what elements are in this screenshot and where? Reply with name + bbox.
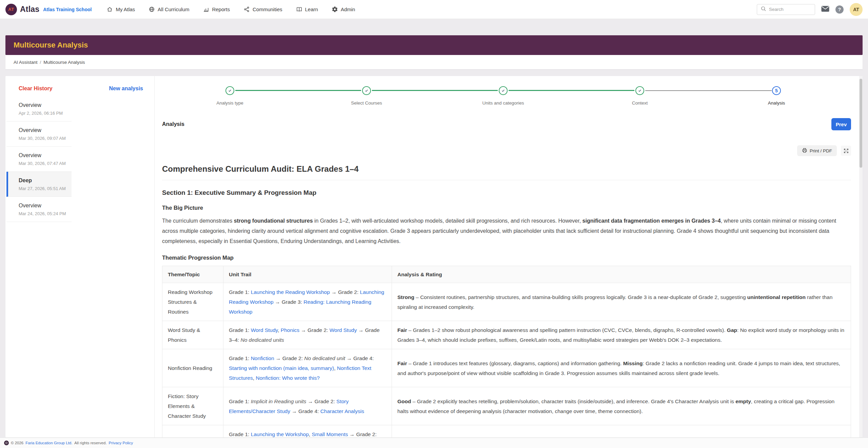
step-analysis-type[interactable]: Analysis type — [196, 82, 264, 106]
new-analysis-button[interactable]: New analysis — [109, 86, 143, 92]
unit-link[interactable]: Word Study — [330, 327, 357, 333]
text-segment: Good — [397, 436, 411, 438]
unit-trail-cell: Grade 1: Word Study, Phonics → Grade 2: … — [223, 321, 392, 349]
footer-company-link[interactable]: Faria Education Group Ltd. — [25, 441, 72, 445]
big-picture-paragraph: The curriculum demonstrates strong found… — [162, 216, 851, 246]
brand-name: Atlas — [20, 5, 39, 14]
analysis-cell: Fair – Grade 1 introduces text features … — [392, 349, 851, 387]
unit-link[interactable]: Phonics — [281, 327, 299, 333]
breadcrumb: AI Assistant / Multicourse Analysis — [5, 55, 863, 69]
step-label: Analysis type — [196, 100, 264, 106]
scrollbar-thumb[interactable] — [860, 79, 862, 168]
table-row: Reading Workshop Structures & Routines G… — [162, 283, 851, 321]
footer-privacy-link[interactable]: Privacy Policy — [109, 441, 133, 445]
text-segment: Missing — [623, 360, 643, 366]
atlas-logo: AT — [5, 4, 17, 15]
nav-item-all-curriculum[interactable]: All Curriculum — [149, 6, 189, 13]
col-analysis-rating: Analysis & Rating — [392, 266, 851, 283]
clear-history-button[interactable]: Clear History — [19, 86, 53, 92]
unit-link[interactable]: Nonfiction — [251, 355, 274, 361]
history-item-timestamp: Mar 27, 2026, 05:51 AM — [19, 186, 70, 191]
divider — [162, 180, 851, 180]
text-segment: Strong — [397, 294, 414, 300]
bar-chart-icon — [203, 6, 209, 13]
text-segment: No dedicated units — [240, 337, 284, 343]
nav-label: Reports — [212, 6, 230, 12]
nav-label: My Atlas — [116, 6, 135, 12]
globe-icon — [149, 6, 155, 13]
history-item-timestamp: Mar 30, 2026, 07:47 AM — [19, 161, 70, 166]
text-segment: empty — [735, 398, 751, 404]
breadcrumb-multicourse-analysis: Multicourse Analysis — [43, 60, 85, 65]
text-segment: → Grade 2: — [330, 289, 360, 295]
check-circle-icon — [225, 86, 234, 95]
sidebar-header: Clear History New analysis — [19, 86, 143, 92]
step-label: Context — [606, 100, 674, 106]
open-book-icon — [296, 6, 302, 13]
mail-icon[interactable] — [821, 6, 829, 13]
history-item[interactable]: Overview Mar 24, 2026, 05:24 PM — [6, 197, 72, 222]
analysis-cell: Good – Clear K–2 focus on "small moment"… — [392, 425, 851, 438]
nav-item-learn[interactable]: Learn — [296, 6, 318, 13]
history-item-title: Overview — [19, 152, 70, 158]
scrollbar-track[interactable] — [859, 76, 863, 437]
main-menu: My Atlas All Curriculum Reports Communit… — [106, 6, 355, 13]
check-circle-icon — [362, 86, 371, 95]
analysis-cell: Good – Grade 2 explicitly teaches retell… — [392, 387, 851, 425]
analysis-cell: Fair – Grades 1–2 show robust phonologic… — [392, 321, 851, 349]
theme-cell: Writing: Personal — [162, 425, 223, 438]
text-segment: Grade 1: — [229, 431, 251, 437]
nav-label: Communities — [253, 6, 282, 12]
history-item[interactable]: Overview Mar 30, 2026, 07:47 AM — [6, 147, 72, 172]
history-list: Overview Apr 2, 2026, 06:16 PM Overview … — [6, 96, 72, 222]
table-row: Nonfiction Reading Grade 1: Nonfiction →… — [162, 349, 851, 387]
table-row: Fiction: Story Elements & Character Stud… — [162, 387, 851, 425]
unit-trail-cell: Grade 1: Nonfiction → Grade 2: No dedica… — [223, 349, 392, 387]
nav-item-my-atlas[interactable]: My Atlas — [106, 6, 135, 13]
gear-icon — [332, 6, 338, 13]
nav-item-communities[interactable]: Communities — [243, 6, 282, 13]
brand[interactable]: AT Atlas Atlas Training School — [5, 4, 92, 15]
unit-link[interactable]: Character Analysis — [320, 408, 364, 414]
history-item[interactable]: Overview Apr 2, 2026, 06:16 PM — [6, 96, 72, 122]
text-segment: unintentional repetition — [747, 294, 806, 300]
text-segment: – Grade 1 introduces text features (glos… — [407, 360, 623, 366]
unit-link[interactable]: Word Study — [251, 327, 278, 333]
search-box[interactable] — [757, 4, 815, 15]
text-segment: , — [278, 327, 281, 333]
unit-link[interactable]: Launching the Workshop — [251, 431, 309, 437]
footer-copyright: © 2026 — [11, 441, 23, 445]
step-context[interactable]: Context — [606, 82, 674, 106]
unit-link[interactable]: Launching the Reading Workshop — [251, 289, 330, 295]
breadcrumb-ai-assistant[interactable]: AI Assistant — [14, 60, 38, 65]
step-select-courses[interactable]: Select Courses — [333, 82, 400, 106]
text-segment: , — [253, 375, 256, 381]
unit-trail-cell: Grade 1: Launching the Workshop, Small M… — [223, 425, 392, 438]
expand-icon[interactable] — [841, 146, 851, 156]
unit-link[interactable]: Starting with nonfiction (main idea, sum… — [229, 365, 334, 371]
nav-item-reports[interactable]: Reports — [203, 6, 230, 13]
text-segment: strong foundational structures — [234, 218, 313, 224]
help-icon[interactable]: ? — [835, 5, 844, 14]
text-segment: Fair — [397, 327, 407, 333]
step-label: Units and categories — [469, 100, 537, 106]
history-item[interactable]: Overview Mar 30, 2026, 09:07 AM — [6, 122, 72, 147]
step-analysis-current[interactable]: 5 Analysis — [743, 82, 810, 106]
check-circle-icon — [499, 86, 508, 95]
unit-link[interactable]: Nonfiction: Who wrote this? — [256, 375, 320, 381]
history-item-selected[interactable]: Deep Mar 27, 2026, 05:51 AM — [6, 172, 72, 197]
step-number-circle: 5 — [772, 86, 781, 95]
step-units-categories[interactable]: Units and categories — [469, 82, 537, 106]
unit-link[interactable]: Small Moments — [312, 431, 348, 437]
avatar[interactable]: AT — [850, 3, 863, 16]
nav-item-admin[interactable]: Admin — [332, 6, 355, 13]
text-segment: Implicit in Reading units — [251, 398, 307, 404]
prev-button[interactable]: Prev — [831, 118, 851, 130]
breadcrumb-separator: / — [40, 60, 41, 65]
search-input[interactable] — [769, 7, 806, 12]
wizard-stepper: Analysis type Select Courses Units and c… — [162, 82, 851, 116]
main-card: Clear History New analysis Overview Apr … — [5, 76, 863, 437]
print-pdf-button[interactable]: Print / PDF — [797, 145, 837, 156]
report-title: Comprehensive Curriculum Audit: ELA Grad… — [162, 164, 851, 174]
faria-logo-icon — [4, 441, 9, 445]
